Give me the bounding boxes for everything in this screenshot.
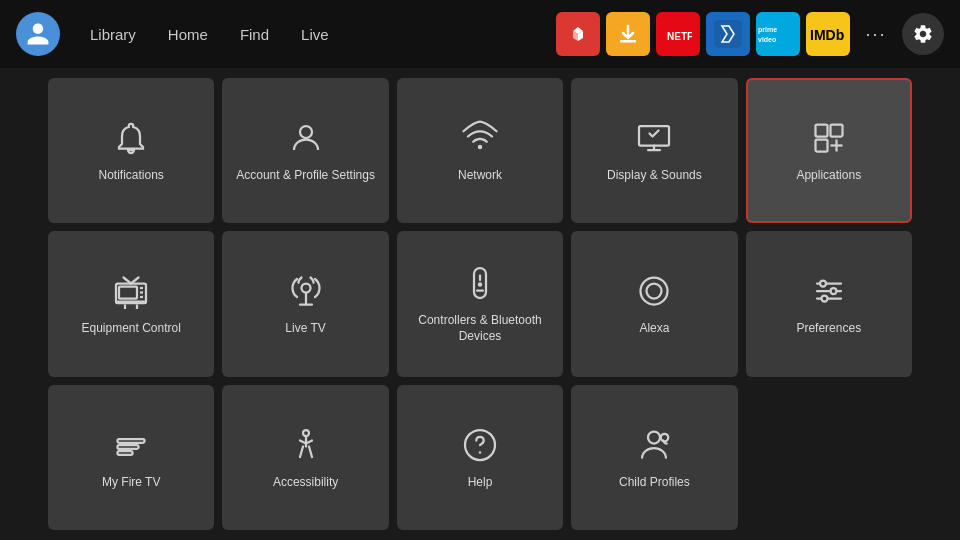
app-netflix[interactable]: NETFLIX [656, 12, 700, 56]
notifications-label: Notifications [99, 168, 164, 184]
grid-item-child-profiles[interactable]: Child Profiles [571, 385, 737, 530]
top-nav: Library Home Find Live NETFLIX [0, 0, 960, 68]
sliders-icon [809, 271, 849, 311]
help-icon [460, 425, 500, 465]
svg-point-34 [647, 284, 662, 299]
svg-rect-22 [119, 287, 137, 299]
firetv-icon [111, 425, 151, 465]
app-fractured[interactable] [706, 12, 750, 56]
display-sounds-label: Display & Sounds [607, 168, 702, 184]
my-fire-tv-label: My Fire TV [102, 475, 160, 491]
svg-rect-14 [815, 124, 827, 136]
svg-point-11 [300, 126, 312, 138]
app-expressvpn[interactable] [556, 12, 600, 56]
svg-rect-43 [118, 451, 133, 455]
live-tv-label: Live TV [285, 321, 325, 337]
svg-rect-15 [830, 124, 842, 136]
nav-links: Library Home Find Live [76, 20, 343, 49]
bell-icon [111, 118, 151, 158]
account-profile-label: Account & Profile Settings [236, 168, 375, 184]
svg-point-12 [478, 145, 483, 150]
alexa-icon [634, 271, 674, 311]
svg-point-47 [648, 431, 660, 443]
svg-point-40 [821, 296, 827, 302]
svg-text:prime: prime [758, 26, 777, 34]
grid-item-preferences[interactable]: Preferences [746, 231, 912, 376]
apps-icon [809, 118, 849, 158]
nav-find[interactable]: Find [226, 20, 283, 49]
tv-icon [111, 271, 151, 311]
display-icon [634, 118, 674, 158]
remote-icon [460, 263, 500, 303]
grid-item-accessibility[interactable]: Accessibility [222, 385, 388, 530]
svg-text:IMDb: IMDb [810, 27, 844, 43]
nav-live[interactable]: Live [287, 20, 343, 49]
nav-home[interactable]: Home [154, 20, 222, 49]
wifi-icon [460, 118, 500, 158]
svg-point-33 [641, 278, 668, 305]
app-imdb[interactable]: IMDb [806, 12, 850, 56]
nav-library[interactable]: Library [76, 20, 150, 49]
grid-item-controllers-bluetooth[interactable]: Controllers & Bluetooth Devices [397, 231, 563, 376]
svg-rect-6 [756, 20, 800, 48]
app-primevideo[interactable]: prime video [756, 12, 800, 56]
grid-item-network[interactable]: Network [397, 78, 563, 223]
more-button[interactable]: ··· [858, 16, 894, 52]
antenna-icon [286, 271, 326, 311]
app-downloader[interactable] [606, 12, 650, 56]
svg-rect-41 [118, 439, 145, 443]
controllers-bluetooth-label: Controllers & Bluetooth Devices [407, 313, 553, 344]
svg-point-46 [479, 451, 481, 453]
grid-item-alexa[interactable]: Alexa [571, 231, 737, 376]
person-icon [286, 118, 326, 158]
child-icon [634, 425, 674, 465]
svg-point-31 [478, 283, 483, 288]
applications-label: Applications [796, 168, 861, 184]
svg-point-39 [830, 288, 836, 294]
grid-item-my-fire-tv[interactable]: My Fire TV [48, 385, 214, 530]
help-label: Help [468, 475, 493, 491]
grid-item-help[interactable]: Help [397, 385, 563, 530]
settings-button[interactable] [902, 13, 944, 55]
accessibility-icon [286, 425, 326, 465]
settings-grid: Notifications Account & Profile Settings… [0, 68, 960, 540]
svg-point-48 [661, 433, 669, 441]
svg-text:NETFLIX: NETFLIX [667, 31, 692, 42]
avatar[interactable] [16, 12, 60, 56]
app-icons: NETFLIX prime video IMDb [556, 12, 850, 56]
svg-rect-5 [714, 20, 742, 48]
alexa-label: Alexa [639, 321, 669, 337]
equipment-control-label: Equipment Control [82, 321, 181, 337]
svg-rect-42 [118, 445, 139, 449]
grid-item-applications[interactable]: Applications [746, 78, 912, 223]
svg-point-26 [301, 284, 310, 293]
child-profiles-label: Child Profiles [619, 475, 690, 491]
svg-text:video: video [758, 36, 776, 43]
grid-item-equipment-control[interactable]: Equipment Control [48, 231, 214, 376]
grid-item-notifications[interactable]: Notifications [48, 78, 214, 223]
preferences-label: Preferences [796, 321, 861, 337]
accessibility-label: Accessibility [273, 475, 338, 491]
grid-item-display-sounds[interactable]: Display & Sounds [571, 78, 737, 223]
grid-item-live-tv[interactable]: Live TV [222, 231, 388, 376]
network-label: Network [458, 168, 502, 184]
svg-point-38 [820, 281, 826, 287]
svg-point-44 [303, 430, 309, 436]
svg-rect-2 [620, 40, 636, 43]
grid-item-account-profile[interactable]: Account & Profile Settings [222, 78, 388, 223]
svg-rect-16 [815, 139, 827, 151]
